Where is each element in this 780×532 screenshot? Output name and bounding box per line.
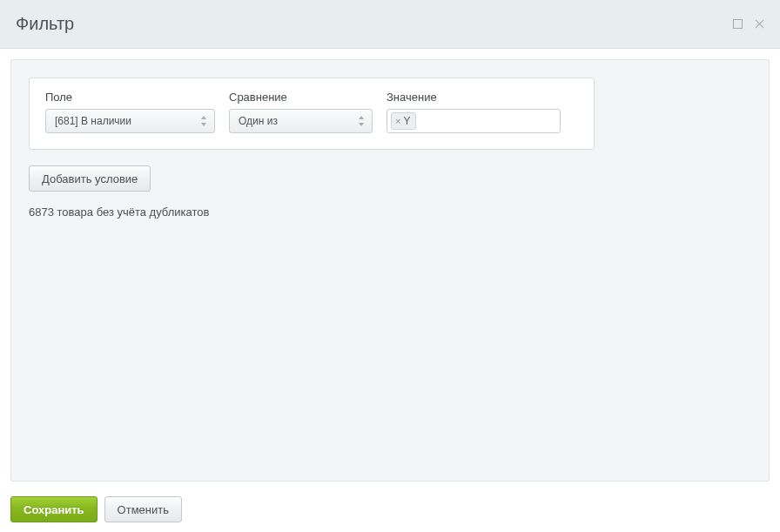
maximize-icon[interactable] — [733, 19, 743, 29]
cancel-button[interactable]: Отменить — [104, 496, 182, 522]
dialog-content: Поле [681] В наличии Сравнение Один из З… — [0, 49, 780, 492]
save-button[interactable]: Сохранить — [10, 496, 98, 522]
window-controls — [733, 19, 764, 29]
window-title: Фильтр — [16, 14, 733, 34]
field-column: Поле [681] В наличии — [45, 91, 215, 133]
compare-label: Сравнение — [229, 91, 373, 104]
compare-select[interactable]: Один из — [229, 109, 373, 133]
compare-column: Сравнение Один из — [229, 91, 373, 133]
field-select[interactable]: [681] В наличии — [45, 109, 215, 133]
value-column: Значение × Y — [387, 91, 561, 133]
value-label: Значение — [387, 91, 561, 104]
filter-rule: Поле [681] В наличии Сравнение Один из З… — [29, 77, 595, 150]
value-tag[interactable]: × Y — [391, 112, 416, 130]
value-text-input[interactable] — [420, 114, 556, 128]
titlebar: Фильтр — [0, 0, 780, 49]
main-panel: Поле [681] В наличии Сравнение Один из З… — [10, 59, 770, 481]
filter-dialог: Фильтр Поле [681] В наличии Сравнение — [0, 0, 780, 532]
tag-remove-icon[interactable]: × — [395, 116, 400, 126]
dialog-footer: Сохранить Отменить — [0, 492, 780, 532]
add-condition-button[interactable]: Добавить условие — [29, 165, 151, 192]
value-tag-text: Y — [403, 115, 410, 127]
field-label: Поле — [45, 91, 215, 104]
result-count: 6873 товара без учёта дубликатов — [29, 205, 751, 219]
chevron-updown-icon — [358, 116, 365, 126]
value-input[interactable]: × Y — [387, 109, 561, 133]
compare-select-value: Один из — [239, 115, 278, 127]
field-select-value: [681] В наличии — [55, 115, 131, 127]
close-icon[interactable] — [755, 19, 764, 29]
chevron-updown-icon — [200, 116, 207, 126]
